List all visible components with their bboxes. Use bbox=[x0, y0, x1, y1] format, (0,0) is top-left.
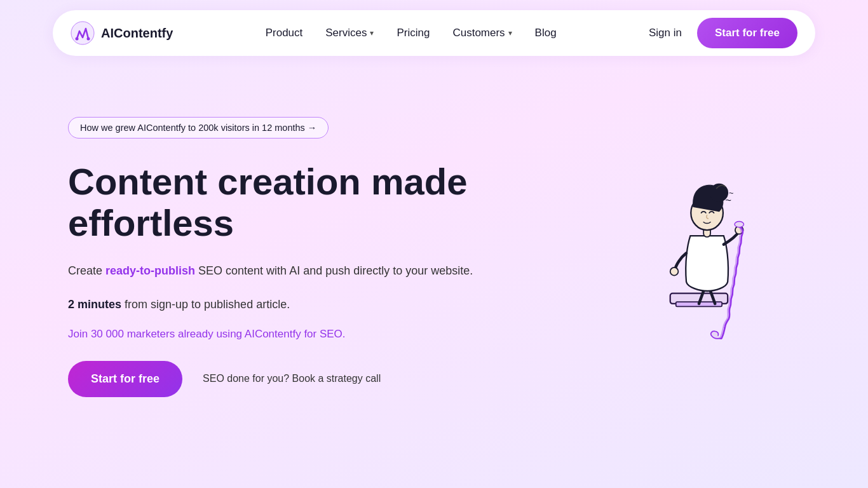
hero-title-line2: effortless bbox=[68, 202, 234, 243]
hero-minutes-text: from sign-up to published article. bbox=[121, 298, 290, 311]
nav-link-blog[interactable]: Blog bbox=[535, 27, 557, 39]
nav-item-product[interactable]: Product bbox=[266, 27, 303, 39]
nav-item-services[interactable]: Services ▾ bbox=[325, 27, 374, 39]
svg-point-0 bbox=[71, 22, 94, 44]
hero-minutes-bold: 2 minutes bbox=[68, 298, 121, 311]
nav-links: Product Services ▾ Pricing Customers ▾ B… bbox=[266, 27, 557, 39]
announcement-badge[interactable]: How we grew AIContentfy to 200k visitors… bbox=[68, 117, 329, 139]
hero-content: How we grew AIContentfy to 200k visitors… bbox=[68, 104, 473, 397]
nav-item-pricing[interactable]: Pricing bbox=[397, 27, 430, 39]
hero-illustration: ~ ~ bbox=[609, 98, 800, 339]
nav-item-blog[interactable]: Blog bbox=[535, 27, 557, 39]
nav-start-free-button[interactable]: Start for free bbox=[697, 18, 797, 48]
hero-join-text[interactable]: Join 30 000 marketers already using AICo… bbox=[68, 328, 473, 341]
hero-strategy-text[interactable]: SEO done for you? Book a strategy call bbox=[203, 371, 381, 386]
hero-desc-suffix: SEO content with AI and push directly to… bbox=[195, 264, 473, 277]
brand-name: AIContentfy bbox=[101, 26, 173, 41]
hero-title: Content creation made effortless bbox=[68, 161, 473, 244]
svg-point-8 bbox=[670, 268, 679, 276]
hero-description: Create ready-to-publish SEO content with… bbox=[68, 262, 473, 280]
nav-link-services[interactable]: Services ▾ bbox=[325, 27, 374, 39]
nav-link-customers[interactable]: Customers ▾ bbox=[452, 27, 512, 39]
sign-in-link[interactable]: Sign in bbox=[649, 27, 682, 39]
services-chevron-icon: ▾ bbox=[370, 29, 374, 37]
logo-icon bbox=[71, 21, 95, 45]
hero-start-free-button[interactable]: Start for free bbox=[68, 361, 182, 397]
hero-desc-highlight: ready-to-publish bbox=[105, 264, 195, 277]
navbar: AIContentfy Product Services ▾ Pricing C… bbox=[53, 10, 815, 56]
svg-point-14 bbox=[735, 222, 743, 227]
announcement-text: How we grew AIContentfy to 200k visitors… bbox=[80, 123, 316, 133]
hero-desc-prefix: Create bbox=[68, 264, 105, 277]
customers-chevron-icon: ▾ bbox=[508, 29, 512, 37]
hero-minutes: 2 minutes from sign-up to published arti… bbox=[68, 295, 473, 314]
nav-link-product[interactable]: Product bbox=[266, 27, 303, 39]
svg-text:~: ~ bbox=[729, 189, 733, 198]
svg-point-2 bbox=[87, 37, 90, 41]
hero-illustration-svg: ~ ~ bbox=[609, 98, 800, 339]
hero-section: How we grew AIContentfy to 200k visitors… bbox=[53, 66, 815, 397]
svg-point-1 bbox=[76, 37, 79, 41]
nav-item-customers[interactable]: Customers ▾ bbox=[452, 27, 512, 39]
nav-right: Sign in Start for free bbox=[649, 18, 797, 48]
nav-link-pricing[interactable]: Pricing bbox=[397, 27, 430, 39]
hero-actions: Start for free SEO done for you? Book a … bbox=[68, 361, 473, 397]
hero-title-line1: Content creation made bbox=[68, 161, 467, 202]
logo[interactable]: AIContentfy bbox=[71, 21, 173, 45]
